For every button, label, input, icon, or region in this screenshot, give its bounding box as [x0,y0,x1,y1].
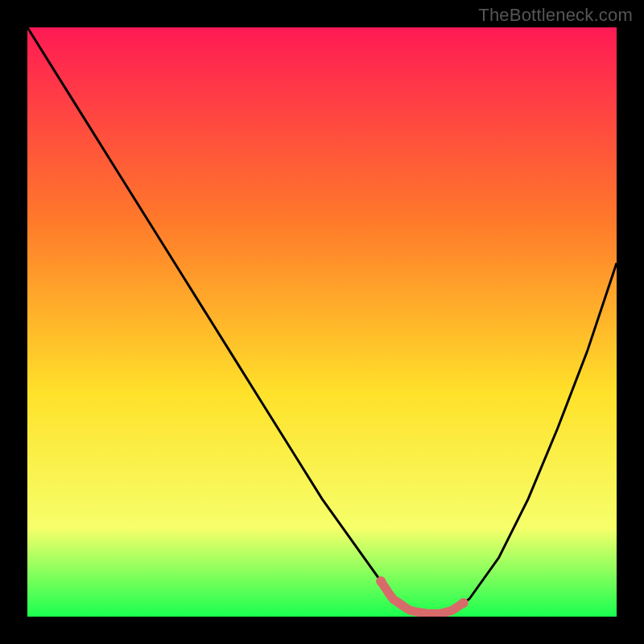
plot-area [27,27,617,617]
highlight-end-dot [459,598,469,608]
highlight-start-dot [376,576,386,586]
chart-svg [27,27,617,617]
watermark-text: TheBottleneck.com [478,5,633,26]
chart-frame: TheBottleneck.com [0,0,644,644]
gradient-background [27,27,617,617]
